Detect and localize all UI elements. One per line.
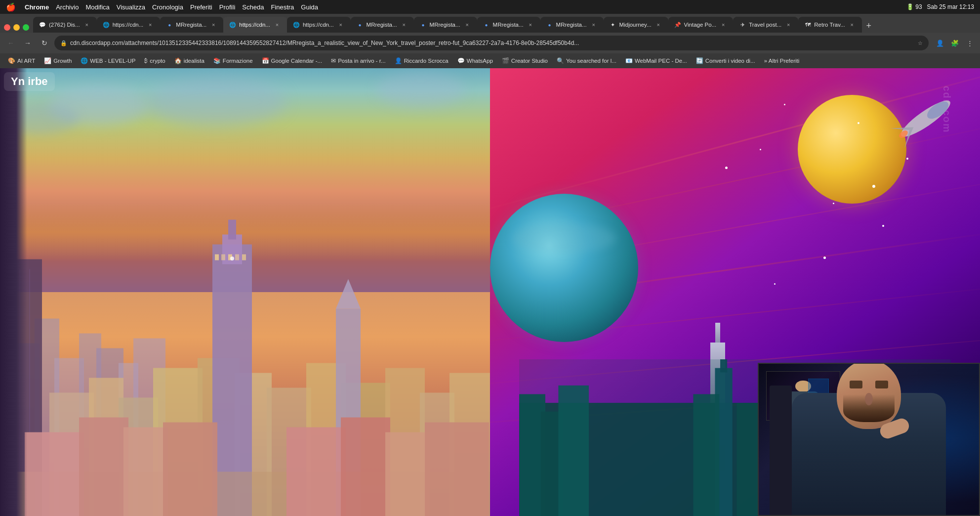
maximize-window-button[interactable]	[23, 24, 29, 31]
right-image-panel: cdn.com	[490, 68, 980, 516]
svg-rect-26	[215, 254, 219, 260]
nav-bar: ← → ↻ 🔒 cdn.discordapp.com/attachments/1…	[0, 33, 980, 53]
webcam-overlay	[758, 363, 980, 516]
tab-favicon-cdn2: 🌐	[103, 21, 110, 28]
tab-favicon-cdn-active: 🌐	[229, 21, 236, 28]
user-badge-text: Yn irbe	[11, 75, 48, 87]
tab-favicon-vintage: 📌	[674, 21, 681, 28]
bookmark-label-formazione: Formazione	[223, 58, 253, 64]
url-bar[interactable]: 🔒 cdn.discordapp.com/attachments/1013512…	[54, 36, 929, 50]
settings-icon[interactable]: ⋮	[963, 37, 976, 49]
star-bookmark-icon[interactable]: ☆	[918, 40, 923, 46]
tab-close-travel[interactable]: ×	[784, 21, 792, 29]
bookmark-icon-web-levelup: 🌐	[81, 57, 88, 64]
minimize-window-button[interactable]	[13, 24, 20, 31]
bookmark-label-gcal: Google Calendar -...	[271, 58, 323, 64]
tab-close-mrregista1[interactable]: ×	[209, 21, 217, 29]
svg-rect-40	[385, 432, 430, 516]
menu-cronologia[interactable]: Cronologia	[152, 3, 183, 11]
tab-title-retro: Retro Trav...	[814, 22, 845, 28]
menu-modifica[interactable]: Modifica	[85, 3, 109, 11]
bookmark-ai-art[interactable]: 🎨 AI ART	[4, 55, 39, 67]
tab-favicon-mrregista4: ●	[483, 21, 490, 28]
bookmark-search[interactable]: 🔍 You searched for l...	[553, 55, 620, 67]
tab-cdn2[interactable]: 🌐 https://cdn... ×	[97, 17, 161, 33]
tab-close-mrregista4[interactable]: ×	[527, 21, 534, 29]
tab-favicon-mrregista5: ●	[546, 21, 553, 28]
bookmark-posta[interactable]: ✉ Posta in arrivo - r...	[327, 55, 390, 67]
menu-guida[interactable]: Guida	[301, 3, 318, 11]
person-left-eye	[850, 381, 862, 389]
tab-close-cdn2[interactable]: ×	[146, 21, 154, 29]
forward-button[interactable]: →	[21, 36, 35, 50]
tab-discord[interactable]: 💬 (2762) Dis... ×	[33, 17, 97, 33]
refresh-button[interactable]: ↻	[38, 36, 51, 50]
bookmark-creator-studio[interactable]: 🎬 Creator Studio	[498, 55, 552, 67]
profile-icon[interactable]: 👤	[934, 37, 946, 49]
tab-cdn-active[interactable]: 🌐 https://cdn... ×	[223, 17, 287, 33]
close-window-button[interactable]	[4, 24, 10, 31]
svg-rect-27	[221, 254, 225, 260]
person-nose	[865, 393, 873, 405]
menu-preferiti[interactable]: Preferiti	[190, 3, 212, 11]
mac-menubar: 🍎 Chrome Archivio Modifica Visualizza Cr…	[0, 0, 980, 14]
tab-travel[interactable]: ✈ Travel post... ×	[733, 17, 798, 33]
tab-close-cdn-active[interactable]: ×	[273, 21, 281, 29]
tab-midjourney[interactable]: ✦ Midjourney... ×	[604, 17, 668, 33]
menu-archivio[interactable]: Archivio	[56, 3, 79, 11]
tab-close-mrregista2[interactable]: ×	[400, 21, 408, 29]
tab-mrregista3[interactable]: ● MRregista... ×	[414, 17, 477, 33]
bookmark-idealista[interactable]: 🏠 idealista	[170, 55, 208, 67]
extension-puzzle-icon[interactable]: 🧩	[948, 37, 961, 49]
bookmark-growth[interactable]: 📈 Growth	[40, 55, 76, 67]
bookmark-label-posta: Posta in arrivo - r...	[338, 58, 386, 64]
new-tab-button[interactable]: +	[862, 19, 876, 33]
content-area: Yn irbe MRregista	[0, 68, 980, 516]
lock-icon: 🔒	[60, 40, 67, 46]
bookmark-icon-creator: 🎬	[502, 57, 509, 64]
menu-scheda[interactable]: Scheda	[242, 3, 264, 11]
tab-close-discord[interactable]: ×	[83, 21, 91, 29]
tab-retro[interactable]: 🗺 Retro Trav... ×	[798, 17, 861, 33]
menu-profili[interactable]: Profili	[219, 3, 236, 11]
bookmark-icon-idealista: 🏠	[174, 57, 182, 64]
menu-finestra[interactable]: Finestra	[271, 3, 294, 11]
back-button[interactable]: ←	[4, 36, 18, 50]
city-buildings-svg	[0, 180, 490, 516]
bookmark-converti[interactable]: 🔄 Converti i video di...	[692, 55, 759, 67]
bookmark-google-calendar[interactable]: 📅 Google Calendar -...	[258, 55, 327, 67]
bookmark-riccardo[interactable]: 👤 Riccardo Scrocca	[391, 55, 452, 67]
bookmark-formazione[interactable]: 📚 Formazione	[209, 55, 257, 67]
tab-close-cdn3[interactable]: ×	[337, 21, 345, 29]
bookmark-icon-converti: 🔄	[696, 57, 703, 64]
tab-vintage[interactable]: 📌 Vintage Po... ×	[668, 17, 734, 33]
menu-visualizza[interactable]: Visualizza	[117, 3, 145, 11]
tab-mrregista4[interactable]: ● MRregista... ×	[477, 17, 540, 33]
svg-rect-29	[235, 254, 239, 260]
tab-title-mrregista3: MRregista...	[430, 22, 460, 28]
bookmark-webmail[interactable]: 📧 WebMail PEC - De...	[621, 55, 691, 67]
tab-mrregista5[interactable]: ● MRregista... ×	[540, 17, 604, 33]
tab-mrregista2[interactable]: ● MRregista... ×	[351, 17, 414, 33]
tab-close-midjourney[interactable]: ×	[654, 21, 662, 29]
tab-cdn3[interactable]: 🌐 https://cdn... ×	[287, 17, 351, 33]
tab-close-vintage[interactable]: ×	[719, 21, 727, 29]
apple-menu-icon[interactable]: 🍎	[6, 2, 16, 12]
menu-chrome[interactable]: Chrome	[25, 3, 49, 11]
tab-title-cdn-active: https://cdn...	[239, 22, 270, 28]
tab-favicon-mrregista2: ●	[357, 21, 364, 28]
tab-close-retro[interactable]: ×	[848, 21, 856, 29]
bookmark-altri[interactable]: » Altri Preferiti	[760, 55, 804, 67]
svg-rect-30	[242, 254, 246, 260]
svg-rect-38	[286, 427, 346, 516]
tab-close-mrregista3[interactable]: ×	[463, 21, 471, 29]
person-head	[837, 363, 901, 429]
bookmark-label-ai-art: AI ART	[17, 58, 35, 64]
bookmark-whatsapp[interactable]: 💬 WhatsApp	[453, 55, 497, 67]
star-6	[882, 225, 884, 227]
cloud-4	[376, 73, 465, 107]
tab-mrregista1[interactable]: ● MRregista... ×	[160, 17, 223, 33]
bookmark-web-levelup[interactable]: 🌐 WEB - LEVEL-UP	[77, 55, 139, 67]
bookmark-crypto[interactable]: ₿ crypto	[140, 55, 169, 67]
tab-close-mrregista5[interactable]: ×	[590, 21, 598, 29]
